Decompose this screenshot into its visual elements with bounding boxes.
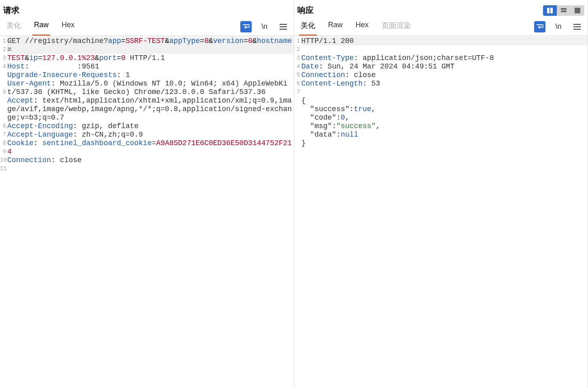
layout-single-icon[interactable] (571, 5, 584, 16)
tab-pretty[interactable]: 美化 (5, 17, 23, 36)
tab-raw[interactable]: Raw (32, 17, 50, 36)
request-header: 请求 (0, 0, 294, 17)
request-tools: \n (240, 21, 291, 32)
layout-toggle (543, 5, 584, 16)
response-tools: \n (534, 21, 584, 32)
request-title: 请求 (3, 3, 19, 17)
request-gutter: 1234 5 67891011 (0, 36, 7, 388)
response-code-body[interactable]: HTTP/1.1 200 Content-Type: application/j… (301, 36, 588, 388)
newline-icon[interactable]: \n (259, 21, 270, 32)
tab-hex[interactable]: Hex (354, 17, 370, 36)
tab-render[interactable]: 页面渲染 (380, 17, 413, 36)
newline-icon[interactable]: \n (553, 21, 564, 32)
request-tabs-row: 美化 Raw Hex \n (0, 17, 294, 36)
tab-pretty[interactable]: 美化 (299, 17, 317, 36)
layout-split-horizontal-icon[interactable] (557, 5, 571, 16)
http-method: GET (7, 37, 20, 45)
tab-hex[interactable]: Hex (60, 17, 76, 36)
response-pane: 响应 美化 Raw Hex 页面渲染 \n 1234567 HTTP/1.1 2… (294, 0, 588, 388)
response-gutter: 1234567 (294, 36, 301, 388)
request-code-body[interactable]: GET //registry/machine?app=SSRF-TEST&app… (7, 36, 294, 388)
layout-split-vertical-icon[interactable] (543, 5, 557, 16)
response-code[interactable]: 1234567 HTTP/1.1 200 Content-Type: appli… (294, 36, 588, 388)
request-pane: 请求 美化 Raw Hex \n 1234 5 67891011 GET //r… (0, 0, 294, 388)
wrap-icon[interactable] (240, 21, 252, 32)
menu-icon[interactable] (278, 21, 289, 32)
response-header: 响应 (294, 0, 588, 17)
tab-raw[interactable]: Raw (327, 17, 344, 36)
request-path: //registry/machine? (20, 37, 108, 45)
wrap-icon[interactable] (534, 21, 545, 32)
header-host: Host (7, 62, 25, 71)
response-tabs: 美化 Raw Hex 页面渲染 (297, 17, 413, 36)
request-tabs: 美化 Raw Hex (3, 17, 76, 36)
request-code[interactable]: 1234 5 67891011 GET //registry/machine?a… (0, 36, 294, 388)
response-tabs-row: 美化 Raw Hex 页面渲染 \n (294, 17, 588, 36)
menu-icon[interactable] (571, 21, 583, 32)
status-line: HTTP/1.1 200 (301, 37, 354, 45)
response-title: 响应 (297, 3, 314, 17)
